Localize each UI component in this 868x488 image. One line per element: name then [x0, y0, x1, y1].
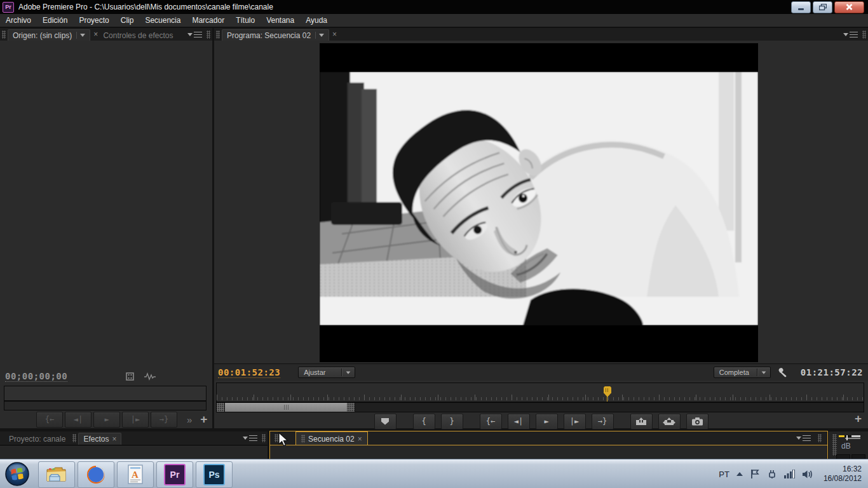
export-frame-button[interactable]	[686, 414, 709, 430]
tab-effects[interactable]: Efectos ×	[78, 433, 121, 445]
go-to-out-button[interactable]: →}	[592, 414, 614, 430]
tab-source-monitor[interactable]: Origen: (sin clips)	[8, 29, 90, 41]
audio-meters-panel[interactable]: dB	[829, 431, 868, 459]
go-to-in-button[interactable]: {←	[36, 412, 63, 428]
tab-source-close-icon[interactable]: ×	[93, 31, 98, 37]
tab-project[interactable]: Proyecto: canale	[4, 433, 71, 445]
scrollbar-thumb[interactable]	[225, 403, 347, 412]
menu-marcador[interactable]: Marcador	[186, 14, 230, 27]
tab-effect-controls[interactable]: Controles de efectos	[98, 29, 178, 41]
effects-panel-content[interactable]	[0, 445, 268, 459]
more-buttons-icon[interactable]: »	[187, 414, 192, 425]
meter-scale-icon	[839, 435, 860, 440]
lift-button[interactable]	[630, 414, 653, 430]
tab-program-monitor[interactable]: Programa: Secuencia 02	[222, 29, 329, 41]
language-indicator[interactable]: PT	[719, 470, 729, 479]
menu-edicion[interactable]: Edición	[37, 14, 73, 27]
button-editor-plus[interactable]: +	[855, 413, 862, 424]
timeline-content[interactable]	[270, 445, 827, 459]
panel-grip[interactable]	[2, 30, 6, 39]
tab-effects-close-icon[interactable]: ×	[112, 436, 116, 442]
extract-button[interactable]	[658, 414, 681, 430]
source-scrollbar[interactable]	[4, 401, 207, 410]
mark-out-button[interactable]: }	[441, 414, 463, 430]
start-button[interactable]	[5, 462, 29, 488]
menu-ventana[interactable]: Ventana	[261, 14, 300, 27]
taskbar-premiere-pro[interactable]: Pr	[156, 461, 193, 488]
step-back-button[interactable]: ◄|	[65, 412, 92, 428]
taskbar-windows-explorer[interactable]	[38, 461, 75, 488]
panel-grip[interactable]	[72, 434, 76, 442]
menu-proyecto[interactable]: Proyecto	[73, 14, 114, 27]
zoom-level-dropdown[interactable]: Ajustar	[298, 367, 355, 378]
network-signal-icon[interactable]	[784, 470, 795, 478]
panel-grip[interactable]	[818, 434, 822, 442]
panel-menu-icon[interactable]	[796, 435, 811, 441]
program-video-frame[interactable]	[320, 43, 758, 362]
drag-video-icon[interactable]	[125, 372, 135, 381]
ruler-ticks-major	[217, 395, 864, 400]
menu-titulo[interactable]: Título	[230, 14, 261, 27]
menu-ayuda[interactable]: Ayuda	[300, 14, 333, 27]
hidden-icons-arrow[interactable]	[736, 472, 743, 476]
clock[interactable]: 16:32 16/08/2012	[824, 464, 862, 484]
chevron-down-icon[interactable]	[319, 34, 324, 37]
program-monitor-area[interactable]	[214, 41, 868, 363]
volume-speaker-icon[interactable]	[802, 470, 813, 479]
program-time-ruler[interactable]	[216, 383, 864, 402]
scrollbar-right-handle[interactable]	[347, 403, 355, 412]
panel-grip[interactable]	[216, 30, 220, 39]
go-to-in-button[interactable]: {←	[480, 414, 502, 430]
menu-secuencia[interactable]: Secuencia	[139, 14, 186, 27]
button-editor-plus[interactable]: +	[200, 414, 207, 425]
dropdown-divider	[341, 369, 342, 376]
source-transport: {← ◄| ► |► →} » +	[36, 412, 207, 427]
close-button[interactable]	[834, 1, 864, 13]
taskbar-photoshop[interactable]: Ps	[196, 461, 233, 488]
panel-menu-icon[interactable]	[843, 32, 858, 37]
menu-clip[interactable]: Clip	[115, 14, 140, 27]
add-marker-button[interactable]	[374, 414, 397, 430]
chevron-down-icon[interactable]	[80, 34, 85, 37]
mark-in-button[interactable]: {	[413, 414, 435, 430]
windows-taskbar: A Pr Ps PT	[0, 459, 868, 488]
step-forward-button[interactable]: |►	[122, 412, 149, 428]
program-current-timecode[interactable]: 00:01:52:23	[218, 367, 280, 378]
playback-resolution-dropdown[interactable]: Completa	[714, 367, 771, 378]
step-forward-button[interactable]: |►	[564, 414, 586, 430]
play-button[interactable]: ►	[93, 412, 120, 428]
title-bar[interactable]: Pr Adobe Premiere Pro - C:\Usuarios\dell…	[0, 0, 868, 14]
step-back-button[interactable]: ◄|	[508, 414, 530, 430]
tab-timeline-close-icon[interactable]: ×	[358, 436, 362, 442]
panel-menu-icon[interactable]	[187, 32, 202, 37]
taskbar-firefox[interactable]	[78, 461, 114, 488]
settings-wrench-icon[interactable]	[777, 367, 788, 377]
restore-button[interactable]	[813, 1, 832, 13]
source-timecode[interactable]: 00;00;00;00	[5, 371, 67, 382]
panel-grip[interactable]	[862, 30, 866, 39]
timeline-panel-group[interactable]: Secuencia 02 ×	[269, 431, 828, 460]
tab-timeline-sequence[interactable]: Secuencia 02 ×	[295, 431, 368, 445]
panel-grip[interactable]	[262, 434, 266, 442]
safely-remove-plug-icon[interactable]	[767, 469, 777, 479]
playback-resolution-value: Completa	[714, 369, 757, 376]
menu-archivo[interactable]: Archivo	[0, 14, 37, 27]
scrollbar-left-handle[interactable]	[217, 403, 225, 412]
source-ruler[interactable]	[4, 386, 207, 401]
panel-menu-icon[interactable]	[243, 435, 257, 441]
source-timecode-row: 00;00;00;00	[5, 370, 212, 383]
action-center-flag-icon[interactable]	[750, 469, 760, 479]
extract-icon	[663, 417, 675, 426]
program-zoom-scrollbar[interactable]	[216, 402, 864, 412]
play-button[interactable]: ►	[536, 414, 558, 430]
panel-grip[interactable]	[301, 435, 305, 443]
go-to-out-button[interactable]: →}	[151, 412, 177, 428]
lift-icon	[635, 417, 647, 426]
tab-program-close-icon[interactable]: ×	[332, 31, 337, 37]
taskbar-word[interactable]: A	[117, 461, 154, 488]
minimize-button[interactable]	[791, 1, 811, 13]
drag-audio-icon[interactable]	[144, 372, 156, 381]
panel-grip[interactable]	[832, 434, 837, 456]
panel-grip[interactable]	[207, 30, 210, 39]
premiere-pro-icon: Pr	[164, 464, 186, 485]
